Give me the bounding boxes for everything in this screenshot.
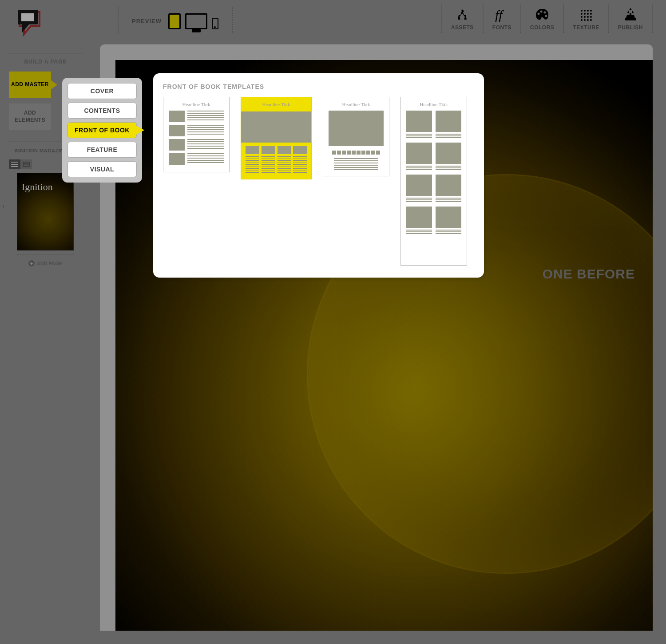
page-number: 1 [2,204,5,209]
menu-item-contents[interactable]: CONTENTS [67,103,137,119]
page-thumbnail[interactable]: Ignition [17,173,74,250]
svg-rect-24 [11,166,18,167]
fonts-button[interactable]: ff FONTS [483,4,520,33]
assets-label: ASSETS [451,24,474,31]
svg-point-16 [587,16,589,18]
add-page-button[interactable]: + ADD PAGE [17,254,74,266]
page-thumbnail-title: Ignition [22,181,53,193]
preview-label: PREVIEW [132,18,162,24]
publish-button[interactable]: PUBLISH [608,4,653,33]
fonts-label: FONTS [492,24,511,31]
svg-point-8 [587,10,589,12]
preview-desktop-icon[interactable] [185,13,207,29]
preview-section: PREVIEW [118,7,233,33]
svg-point-13 [590,13,592,15]
svg-point-4 [544,12,546,14]
svg-point-17 [590,16,592,18]
preview-tablet-icon[interactable] [168,13,181,29]
template-placeholder-headline: Headline Tktk [406,102,461,107]
colors-button[interactable]: COLORS [520,4,563,33]
app-header: PREVIEW ASSETS ff FONTS [0,0,666,40]
template-placeholder-headline: Headline Tktk [329,102,384,107]
menu-item-front-of-book[interactable]: FRONT OF BOOK [67,122,137,138]
colors-icon [533,7,551,24]
template-option-1[interactable]: Headline Tktk [163,97,230,172]
master-type-menu: COVER CONTENTS FRONT OF BOOK FEATURE VIS… [62,78,142,183]
add-master-button[interactable]: ADD MASTER [9,72,51,98]
publish-icon [622,7,639,24]
fonts-icon: ff [493,7,511,24]
texture-icon [577,7,595,24]
template-option-3[interactable]: Headline Tktk [323,97,389,176]
menu-item-feature[interactable]: FEATURE [67,142,137,158]
menu-item-cover[interactable]: COVER [67,83,137,99]
texture-label: TEXTURE [573,24,599,31]
template-option-4[interactable]: Headline Tktk [400,97,467,266]
header-tools: ASSETS ff FONTS COLORS TEXTURE [441,4,653,33]
add-page-label: ADD PAGE [37,261,62,266]
template-panel-title: FRONT OF BOOK TEMPLATES [163,83,474,90]
view-grid-icon[interactable] [20,159,32,169]
assets-button[interactable]: ASSETS [441,4,483,33]
assets-icon [453,7,471,24]
svg-point-7 [584,10,586,12]
template-option-2[interactable]: Headline Tktk [241,97,312,179]
template-placeholder-headline: Headline Tktk [241,97,311,111]
texture-button[interactable]: TEXTURE [563,4,608,33]
template-panel: FRONT OF BOOK TEMPLATES Headline Tktk He… [153,73,484,278]
svg-rect-0 [21,13,34,21]
svg-point-14 [581,16,583,18]
view-list-icon[interactable] [9,159,20,169]
colors-label: COLORS [530,24,554,31]
svg-point-21 [590,19,592,21]
svg-point-19 [584,19,586,21]
svg-point-20 [587,19,589,21]
svg-point-12 [587,13,589,15]
publish-label: PUBLISH [618,24,643,31]
preview-phone-icon[interactable] [212,18,218,29]
svg-point-9 [590,10,592,12]
build-page-label: BUILD A PAGE [9,53,82,65]
add-elements-button[interactable]: ADD ELEMENTS [9,103,51,130]
plus-icon: + [28,260,35,266]
menu-item-visual[interactable]: VISUAL [67,161,137,177]
template-placeholder-headline: Headline Tktk [169,102,224,107]
svg-point-2 [538,13,540,15]
svg-point-11 [584,13,586,15]
svg-point-6 [581,10,583,12]
svg-rect-22 [11,162,18,163]
svg-point-18 [581,19,583,21]
svg-rect-23 [11,164,18,165]
svg-rect-25 [23,162,29,167]
svg-point-10 [581,13,583,15]
canvas-headline-partial: ONE BEFORE [543,266,635,282]
svg-point-15 [584,16,586,18]
svg-point-3 [540,11,543,13]
svg-point-5 [545,15,547,17]
app-logo[interactable] [13,7,44,38]
svg-text:ff: ff [495,8,504,22]
page-thumbnail-wrap: 1 Ignition [9,173,82,250]
